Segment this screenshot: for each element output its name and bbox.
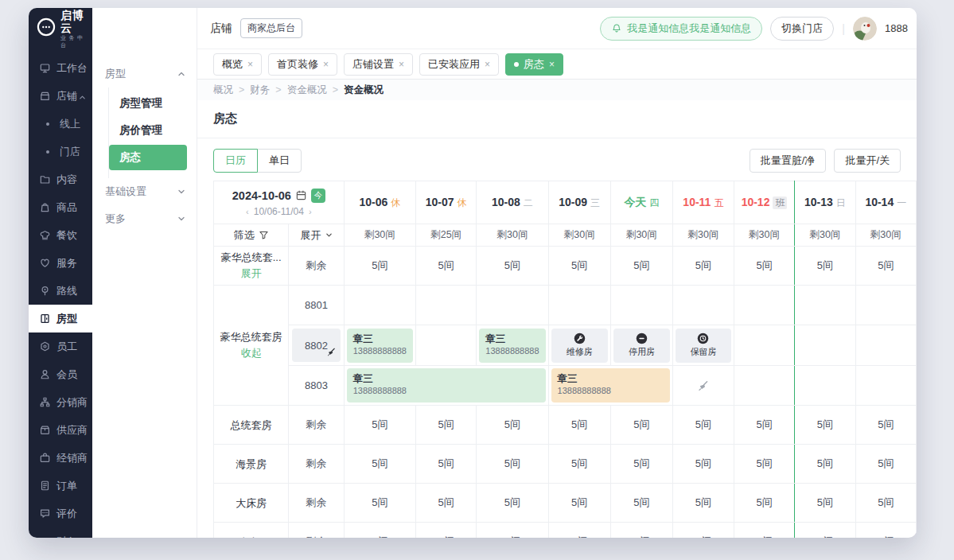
room-status-block-停用房[interactable]: 停用房	[613, 329, 670, 363]
day-header-10-07: 10-07休	[415, 181, 476, 224]
expand-control[interactable]: 展开	[289, 228, 343, 243]
sidebar-item-label: 分销商	[56, 395, 88, 410]
booking-block[interactable]: 章三13888888888	[347, 329, 413, 363]
tab-店铺设置[interactable]: 店铺设置×	[344, 53, 413, 76]
close-icon[interactable]: ×	[247, 59, 253, 70]
room-number-cell[interactable]: 8801	[289, 286, 344, 325]
tab-首页装修[interactable]: 首页装修×	[268, 53, 337, 76]
booking-block[interactable]: 章三13888888888	[479, 329, 545, 363]
close-icon[interactable]: ×	[399, 59, 404, 70]
sidebar-item-经销商[interactable]: 经销商	[29, 444, 92, 472]
empty-cell[interactable]	[855, 366, 916, 406]
close-icon[interactable]: ×	[485, 59, 490, 70]
breadcrumb-link[interactable]: 资金概况	[287, 84, 327, 97]
sidebar-item-商品[interactable]: 商品	[29, 193, 92, 221]
filter-control[interactable]: 筛选	[214, 228, 288, 243]
submenu-item-房态[interactable]: 房态	[109, 145, 187, 170]
empty-cell[interactable]	[548, 286, 610, 325]
notification-text: 我是通知信息我是通知信息	[627, 21, 751, 36]
day-of-week-label: 五	[714, 197, 723, 208]
calendar-icon[interactable]	[295, 189, 307, 201]
sidebar-item-分销商[interactable]: 分销商	[29, 388, 92, 416]
chevron-down-icon	[177, 186, 185, 198]
submenu-section-更多[interactable]: 更多	[92, 205, 197, 232]
close-icon[interactable]: ×	[323, 59, 329, 70]
tab-已安装应用[interactable]: 已安装应用×	[419, 53, 499, 76]
sidebar-item-供应商[interactable]: 供应商	[29, 416, 92, 444]
empty-cell[interactable]	[415, 286, 476, 325]
sidebar-item-线上[interactable]: 线上	[29, 110, 92, 138]
empty-cell[interactable]	[672, 286, 734, 325]
shop-icon	[38, 90, 51, 103]
store-nav-label[interactable]: 店铺	[210, 21, 232, 36]
prev-range-arrow[interactable]: ‹	[246, 207, 249, 216]
submenu-section-房型[interactable]: 房型	[92, 60, 197, 88]
empty-cell[interactable]	[477, 286, 548, 325]
sidebar-item-路线[interactable]: 路线	[29, 277, 92, 305]
toggle-expand-link[interactable]: 展开	[214, 266, 288, 281]
available-count-cell: 5间	[415, 406, 476, 445]
switch-store-button[interactable]: 切换门店	[770, 17, 834, 41]
batch-switch-button[interactable]: 批量开/关	[834, 149, 901, 173]
next-range-arrow[interactable]: ›	[309, 207, 312, 216]
toggle-expand-link[interactable]: 收起	[214, 346, 288, 360]
submenu-section-基础设置[interactable]: 基础设置	[92, 178, 197, 205]
empty-cell[interactable]	[795, 286, 855, 325]
room-number-dirty[interactable]: 8802	[292, 329, 340, 362]
expand-cell[interactable]: 展开	[289, 224, 344, 247]
empty-cell[interactable]	[734, 366, 794, 406]
available-count: 5间	[438, 457, 454, 469]
sidebar-item-门店[interactable]: 门店	[29, 138, 92, 165]
empty-cell[interactable]	[610, 286, 672, 325]
room-number: 8802	[305, 340, 328, 352]
batch-clean-button[interactable]: 批量置脏/净	[750, 149, 827, 173]
tab-概览[interactable]: 概览×	[213, 53, 262, 76]
empty-cell[interactable]	[415, 325, 476, 366]
room-number-cell[interactable]: 8802	[289, 325, 344, 366]
empty-cell[interactable]	[734, 325, 794, 366]
sidebar-item-内容[interactable]: 内容	[29, 165, 92, 193]
breadcrumb-separator: >	[275, 84, 281, 95]
sidebar-item-label: 门店	[60, 145, 80, 159]
booking-block[interactable]: 章三13888888888	[551, 368, 670, 402]
order-icon	[38, 480, 51, 492]
tab-房态[interactable]: 房态×	[505, 53, 563, 76]
booking-block[interactable]: 章三13888888888	[347, 368, 546, 402]
today-badge[interactable]: 今	[311, 189, 325, 203]
sidebar-item-工作台[interactable]: 工作台	[29, 54, 92, 82]
avatar[interactable]	[853, 17, 877, 41]
submenu-item-房价管理[interactable]: 房价管理	[109, 118, 187, 143]
submenu-item-房型管理[interactable]: 房型管理	[109, 91, 187, 116]
room-status-block-保留房[interactable]: 保留房	[676, 329, 731, 363]
sidebar-item-会员[interactable]: 会员	[29, 360, 92, 388]
view-single-day-button[interactable]: 单日	[257, 149, 302, 173]
remaining-count: 剩30间	[496, 229, 528, 240]
breadcrumb-link[interactable]: 概况	[213, 84, 233, 97]
available-count: 5间	[878, 259, 894, 271]
room-number-cell[interactable]: 8803	[289, 366, 344, 406]
filter-cell[interactable]: 筛选	[214, 224, 289, 247]
sidebar-item-房型[interactable]: 房型	[29, 305, 92, 332]
sidebar-item-评价[interactable]: 评价	[29, 500, 92, 527]
sidebar-item-员工[interactable]: 员工	[29, 332, 92, 360]
notification-pill[interactable]: 我是通知信息我是通知信息	[600, 17, 762, 41]
empty-cell[interactable]	[795, 366, 855, 406]
sidebar-item-店铺[interactable]: 店铺	[29, 82, 92, 110]
view-calendar-button[interactable]: 日历	[213, 149, 258, 173]
summary-row: 大床房剩余5间5间5间5间5间5间5间5间5间	[214, 484, 917, 523]
room-status-block-维修房[interactable]: 维修房	[551, 329, 608, 363]
sidebar-item-餐饮[interactable]: 餐饮	[29, 221, 92, 249]
close-icon[interactable]: ×	[549, 59, 555, 70]
empty-cell[interactable]	[795, 325, 855, 366]
empty-cell[interactable]	[734, 286, 794, 325]
sidebar-item-财务[interactable]: 财务	[29, 527, 92, 538]
empty-cell[interactable]	[855, 286, 916, 325]
available-count: 5间	[504, 496, 520, 508]
remaining-label: 剩余	[306, 496, 327, 508]
empty-cell[interactable]	[855, 325, 916, 366]
sidebar-item-订单[interactable]: 订单	[29, 472, 92, 500]
empty-cell[interactable]	[344, 286, 415, 325]
current-date[interactable]: 2024-10-06	[232, 189, 291, 202]
sidebar-item-服务[interactable]: 服务	[29, 249, 92, 277]
breadcrumb-link[interactable]: 财务	[250, 84, 270, 97]
